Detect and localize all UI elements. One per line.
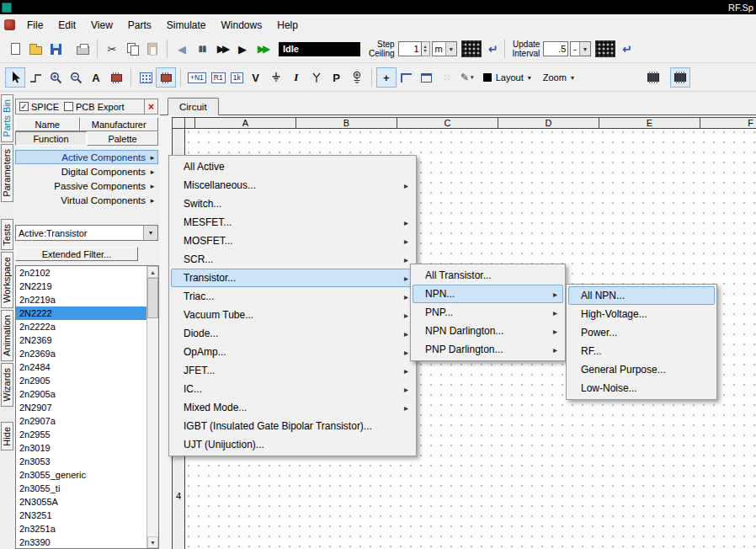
menu-item[interactable]: IGBT (Insulated Gate Bipolar Transistor)… (171, 417, 414, 435)
scroll-up-button[interactable]: ▲ (147, 266, 158, 278)
menu-item[interactable]: Miscellaneous... ▸ (171, 176, 414, 195)
parts-list-item[interactable]: 2n3053 (16, 455, 146, 468)
close-panel-button[interactable]: × (144, 99, 157, 114)
menu-item[interactable]: High-Voltage... ▸ (568, 305, 715, 323)
menu-item[interactable]: IC... ▸ (171, 380, 414, 398)
side-tab[interactable]: Tests (1, 219, 13, 251)
parts-list-item[interactable]: 2N2222 (16, 306, 146, 320)
ammeter-tool-button[interactable]: I (286, 67, 306, 88)
fast-forward-button[interactable]: ▶▶ (253, 39, 273, 59)
menubar-item[interactable]: Help (269, 16, 306, 35)
menubar-item[interactable]: Simulate (159, 16, 214, 35)
tab-circuit[interactable]: Circuit (168, 98, 219, 115)
parts-list-item[interactable]: 2N3251 (16, 509, 146, 522)
side-tab[interactable]: Parts Bin (1, 94, 13, 142)
menu-item[interactable]: All Transistor... ▸ (413, 266, 563, 285)
step-ceiling-keypad-button[interactable] (461, 40, 482, 57)
tab-function[interactable]: Function (15, 131, 87, 146)
parts-list-item[interactable]: 2n3251a (16, 522, 146, 536)
tab-name[interactable]: Name (15, 117, 80, 131)
function-category-item[interactable]: Virtual Components ▸ (15, 193, 158, 207)
menu-item[interactable]: All NPN... ▸ (568, 286, 715, 305)
menu-item[interactable]: Diode... ▸ (171, 324, 414, 343)
save-button[interactable] (45, 39, 66, 59)
parts-list-item[interactable]: 2n3055_ti (16, 482, 146, 495)
side-tab[interactable]: Parameters (1, 144, 13, 202)
side-tab[interactable]: Hide (1, 422, 13, 451)
power-tool-button[interactable]: P (327, 67, 347, 88)
parts-list-item[interactable]: 2N2907 (16, 401, 146, 414)
parts-list-item[interactable]: 2n2905 (16, 374, 146, 387)
place-part-button[interactable] (106, 67, 126, 88)
step-back-button[interactable]: ◀ (172, 39, 192, 59)
function-category-item[interactable]: Active Components ▸ (15, 150, 158, 164)
scroll-down-button[interactable]: ▼ (147, 536, 158, 548)
parts-list-item[interactable]: 2n2222a (16, 320, 146, 333)
spice-checkbox[interactable]: ✓ (19, 102, 29, 111)
side-tab[interactable]: Workspace (1, 252, 13, 308)
parts-list-scrollbar[interactable]: ▲ ▼ (146, 266, 158, 548)
parts-list-item[interactable]: 2N2219 (16, 280, 146, 293)
update-interval-keypad-button[interactable] (595, 40, 615, 57)
refdes-toggle[interactable]: R1 (211, 72, 226, 83)
reference-ground-button[interactable] (347, 67, 367, 88)
menubar-item[interactable]: Windows (214, 16, 270, 35)
chevron-down-icon[interactable]: ▾ (445, 42, 456, 56)
step-ceiling-spinner[interactable]: ▴▾ (422, 41, 430, 56)
menu-item[interactable]: Triac... ▸ (171, 287, 414, 306)
side-tab[interactable]: Wizards (1, 363, 13, 407)
menubar-item[interactable]: View (83, 16, 120, 35)
parts-list-item[interactable]: 2N3055A (16, 495, 146, 509)
menu-item[interactable]: MOSFET... ▸ (171, 232, 414, 250)
menu-item[interactable]: MESFET... ▸ (171, 213, 414, 232)
add-junction-button[interactable]: + (376, 67, 397, 88)
chevron-down-icon[interactable]: ▾ (579, 42, 590, 56)
chevron-down-icon[interactable]: ▾ (143, 226, 157, 240)
zoom-out-button[interactable] (66, 67, 86, 88)
device-editor-button[interactable] (670, 67, 690, 88)
tab-palette[interactable]: Palette (87, 131, 158, 146)
parts-list-item[interactable]: 2n2905a (16, 387, 146, 401)
update-interval-input[interactable] (543, 41, 568, 56)
menu-item[interactable]: Mixed Mode... ▸ (171, 398, 414, 417)
step-ceiling-unit-select[interactable]: m▾ (432, 41, 457, 56)
extended-filter-button[interactable]: Extended Filter... (15, 247, 138, 261)
paste-button[interactable] (142, 39, 162, 59)
node-numbers-toggle[interactable]: +N1 (188, 72, 206, 83)
layout-dropdown[interactable]: Layout ▾ (479, 68, 535, 87)
menu-item[interactable]: SCR... ▸ (171, 250, 414, 269)
copy-button[interactable] (122, 39, 142, 59)
print-button[interactable] (72, 39, 93, 59)
menu-item[interactable]: Low-Noise... ▸ (568, 379, 715, 397)
zoom-dropdown[interactable]: Zoom ▾ (539, 68, 578, 87)
align-button[interactable]: ∷ (437, 67, 457, 88)
side-tab[interactable]: Animation (1, 310, 13, 361)
menu-item[interactable]: PNP... ▸ (413, 303, 563, 322)
menu-item[interactable]: Transistor... ▸ (171, 269, 414, 287)
select-tool-button[interactable] (5, 67, 25, 88)
values-toggle[interactable]: 1k (231, 72, 243, 83)
menu-item[interactable]: Power... ▸ (568, 323, 715, 342)
parts-list-item[interactable]: 2n2102 (16, 266, 146, 280)
function-category-item[interactable]: Digital Components ▸ (15, 164, 158, 179)
subcircuit-button[interactable] (643, 67, 663, 88)
zoom-in-button[interactable] (45, 67, 66, 88)
open-file-button[interactable] (25, 39, 45, 59)
parts-list-item[interactable]: 2n3019 (16, 441, 146, 455)
probe-tool-button[interactable] (306, 67, 327, 88)
parts-list-item[interactable]: 2n3055_generic (16, 468, 146, 482)
step-ceiling-input[interactable] (398, 41, 422, 56)
parts-list-item[interactable]: 2n3390 (16, 536, 146, 549)
menu-item[interactable]: NPN Darlington... ▸ (413, 322, 563, 340)
scrollbar-thumb[interactable] (147, 278, 158, 318)
menu-item[interactable]: NPN... ▸ (413, 285, 563, 303)
voltmeter-tool-button[interactable]: V (246, 67, 266, 88)
parts-list-item[interactable]: 2n2484 (16, 360, 146, 374)
ground-tool-button[interactable] (266, 67, 286, 88)
menu-item[interactable]: All Active ▸ (171, 157, 414, 176)
tab-manufacturer[interactable]: Manufacturer (80, 117, 159, 131)
wire-tool-button[interactable] (25, 67, 45, 88)
part-browser-button[interactable] (156, 67, 176, 88)
menu-item[interactable]: JFET... ▸ (171, 361, 414, 380)
pcb-export-checkbox[interactable] (64, 102, 73, 111)
